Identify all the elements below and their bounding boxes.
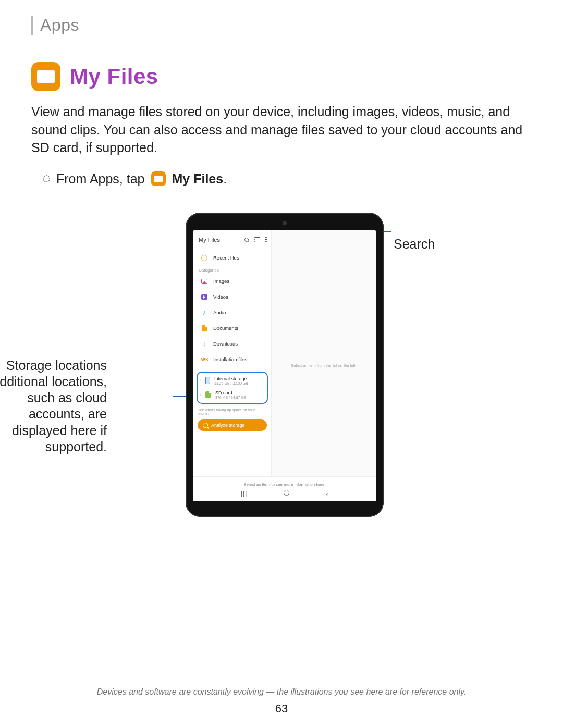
nav-home-icon[interactable] [284,490,289,496]
callout-storage: Storage locations Additional locations, … [0,357,107,455]
storage-sub: 13.26 GB / 32.00 GB [214,381,248,385]
category-label: Videos [213,294,228,300]
app-title: My Files [199,237,220,243]
search-icon[interactable] [244,238,249,242]
magnifier-icon [203,423,208,428]
category-label: Documents [213,325,238,331]
analyze-storage-button[interactable]: Analyze storage [198,419,267,431]
categories-section-label: Categories [193,266,271,274]
storage-locations-box: › Internal storage 13.26 GB / 32.00 GB › [197,372,268,404]
bottom-message: Select an item to see more information h… [243,482,325,487]
downloads-icon: ↓ [201,340,208,348]
category-label: Audio [213,310,226,315]
storage-title: Internal storage [214,376,248,381]
apk-icon: APK [201,356,208,363]
intro-paragraph: View and manage files stored on your dev… [31,103,532,157]
tablet-frame: My Files Recent files Categories [186,213,384,517]
screen: My Files Recent files Categories [193,230,376,501]
category-images[interactable]: Images [193,274,271,289]
instruction-step: From Apps, tap My Files. [31,171,532,187]
category-downloads[interactable]: ↓ Downloads [193,336,271,352]
page-number: 63 [0,702,563,715]
title-row: My Files [31,62,532,91]
category-installation-files[interactable]: APK Installation files [193,352,271,367]
nav-bar: ||| ‹ [241,490,328,498]
sidebar: My Files Recent files Categories [193,230,272,501]
videos-icon [201,294,207,300]
storage-internal[interactable]: › Internal storage 13.26 GB / 32.00 GB [198,374,267,388]
recent-files-label: Recent files [213,255,239,261]
category-audio[interactable]: ♪ Audio [193,305,271,320]
content-pane: Select an item from the list on the left… [272,230,376,501]
category-label: Installation files [213,356,247,362]
analyze-label: Analyze storage [211,423,245,428]
callout-search: Search [394,236,435,252]
view-list-icon[interactable] [254,237,260,242]
breadcrumb-label: Apps [40,16,532,35]
callout-search-label: Search [394,237,435,251]
storage-title: SD card [215,390,247,396]
step-app-name: My Files [172,171,224,186]
nav-recents-icon[interactable]: ||| [241,490,247,498]
recent-files-row[interactable]: Recent files [193,250,271,266]
chevron-right-icon: › [200,392,201,397]
footnote: Devices and software are constantly evol… [0,687,563,697]
documents-icon [202,325,207,331]
nav-back-icon[interactable]: ‹ [326,490,328,498]
clock-icon [201,255,207,261]
images-icon [201,279,207,284]
step-prefix: From Apps, tap [56,171,145,187]
callout-storage-body: Additional locations, such as cloud acco… [0,374,107,455]
chevron-right-icon: › [200,378,201,383]
audio-icon: ♪ [201,309,208,316]
breadcrumb: Apps [31,16,532,35]
category-videos[interactable]: Videos [193,289,271,305]
storage-hint: See what's taking up space on your phone… [193,408,271,418]
my-files-app-icon-small [151,171,166,186]
folder-icon [154,176,163,182]
pane-placeholder: Select an item from the list on the left… [291,363,356,368]
step-suffix: . [223,171,227,186]
callout-storage-title: Storage locations [0,357,107,374]
category-label: Downloads [213,341,238,347]
my-files-app-icon [31,62,60,91]
camera-dot [283,221,287,225]
category-documents[interactable]: Documents [193,320,271,336]
phone-storage-icon [205,377,210,384]
storage-sub: 376 MB / 14.87 GB [215,396,247,399]
device-illustration: Search Storage locations Additional loca… [31,213,532,536]
bullet-icon [43,175,50,182]
page-title: My Files [70,64,158,89]
bottom-bar: Select an item to see more information h… [193,476,376,501]
folder-icon [37,70,55,83]
sd-card-icon [205,391,211,398]
category-label: Images [213,278,229,284]
more-options-icon[interactable] [265,237,267,243]
sidebar-header: My Files [193,233,271,250]
storage-sd-card[interactable]: › SD card 376 MB / 14.87 GB [198,388,267,402]
